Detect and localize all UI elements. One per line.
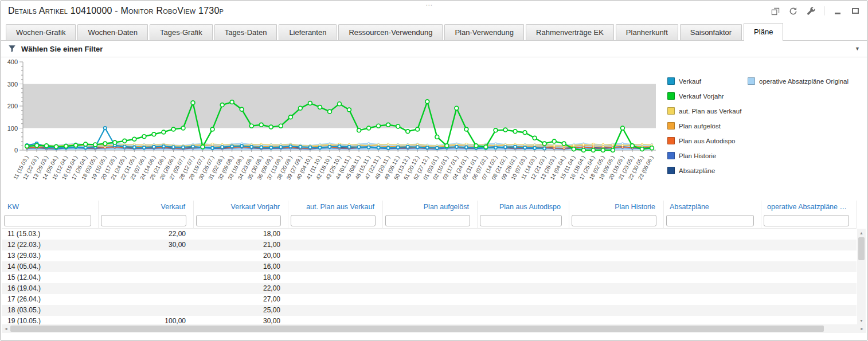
legend-swatch-icon — [667, 92, 675, 100]
legend-item-verkauf-vorjahr[interactable]: Verkauf Vorjahr — [667, 92, 748, 100]
column-header-operative-absatzpl-ne-ori[interactable]: operative Absatzpläne Ori... — [761, 201, 857, 213]
legend-item-verkauf[interactable]: Verkauf — [667, 77, 748, 85]
legend-label: Plan aufgelöst — [679, 123, 721, 130]
tab-saisonfaktor[interactable]: Saisonfaktor — [680, 24, 742, 40]
column-header-absatzpl-ne[interactable]: Absatzpläne — [664, 201, 761, 213]
table-cell — [761, 305, 857, 316]
table-cell: 12 (22.03.) — [2, 240, 99, 250]
legend-swatch-icon — [667, 167, 675, 174]
table-cell — [99, 250, 194, 261]
filter-input-kw[interactable] — [4, 215, 91, 226]
table-cell — [761, 283, 857, 294]
tab-wochen-daten[interactable]: Wochen-Daten — [77, 24, 147, 40]
table-cell — [569, 294, 664, 305]
grid-filter-row — [2, 213, 857, 229]
table-cell — [99, 283, 194, 294]
legend-label: operative Absatzpläne Original — [759, 78, 849, 85]
svg-text:0: 0 — [14, 147, 18, 154]
legend-swatch-icon — [667, 77, 675, 85]
filter-cell — [569, 213, 664, 229]
table-cell: 14 (05.04.) — [2, 261, 99, 272]
legend-item-absatzpl-ne[interactable]: Absatzpläne — [667, 167, 748, 174]
column-header-aut-plan-aus-verkauf[interactable]: aut. Plan aus Verkauf — [288, 201, 383, 213]
table-cell — [99, 261, 194, 272]
column-header-verkauf[interactable]: Verkauf — [99, 201, 194, 213]
tab-planherkunft[interactable]: Planherkunft — [616, 24, 678, 40]
table-row[interactable]: 12 (22.03.)30,0021,00 — [2, 240, 857, 250]
scroll-up-icon[interactable]: ▲ — [857, 229, 866, 237]
tab-plan-verwendung[interactable]: Plan-Verwendung — [444, 24, 524, 40]
filter-input-operative-absatzpl-ne-ori[interactable] — [764, 215, 849, 226]
horizontal-scroll-track[interactable] — [10, 324, 858, 333]
legend-swatch-icon — [667, 137, 675, 144]
column-header-kw[interactable]: KW — [2, 201, 99, 213]
legend-label: Absatzpläne — [679, 167, 715, 174]
table-cell — [569, 272, 664, 283]
settings-wrench-icon[interactable] — [806, 6, 815, 15]
tab-ressourcen-verwendung[interactable]: Ressourcen-Verwendung — [338, 24, 443, 40]
filter-input-plan-aufgel-st[interactable] — [385, 215, 470, 226]
filter-input-absatzpl-ne[interactable] — [666, 215, 754, 226]
tab-tages-daten[interactable]: Tages-Daten — [214, 24, 277, 40]
table-row[interactable]: 11 (15.03.)22,0018,00 — [2, 229, 857, 240]
table-row[interactable]: 16 (19.04.)22,00 — [2, 283, 857, 294]
filter-dropdown-icon[interactable]: ▼ — [855, 46, 860, 52]
filter-input-plan-aus-autodispo[interactable] — [480, 215, 562, 226]
table-row[interactable]: 17 (26.04.)27,00 — [2, 294, 857, 305]
table-cell — [478, 261, 569, 272]
svg-text:300: 300 — [7, 81, 18, 88]
filter-cell — [99, 213, 194, 229]
scroll-down-icon[interactable]: ▼ — [857, 316, 866, 325]
vertical-scroll-thumb[interactable] — [858, 237, 865, 260]
filter-input-verkauf[interactable] — [101, 215, 186, 226]
table-cell — [569, 240, 664, 250]
tab-tages-grafik[interactable]: Tages-Grafik — [150, 24, 213, 40]
vertical-scrollbar[interactable]: ▲ ▼ — [857, 229, 866, 325]
table-cell — [664, 305, 761, 316]
column-header-verkauf-vorjahr[interactable]: Verkauf Vorjahr — [194, 201, 288, 213]
chart-legend: VerkaufVerkauf Vorjahraut. Plan aus Verk… — [667, 77, 867, 174]
scroll-left-icon[interactable]: ◄ — [2, 324, 10, 333]
title-bar: Details Artikel 10410000 - Monitor RoboV… — [1, 1, 867, 21]
horizontal-scroll-thumb[interactable] — [10, 326, 824, 332]
window-title: Details Artikel 10410000 - Monitor RoboV… — [8, 6, 224, 16]
tab-wochen-grafik[interactable]: Wochen-Grafik — [6, 24, 76, 40]
table-row[interactable]: 18 (03.05.)25,00 — [2, 305, 857, 316]
table-cell — [99, 272, 194, 283]
table-row[interactable]: 15 (12.04.)18,00 — [2, 272, 857, 283]
table-cell: 27,00 — [194, 294, 288, 305]
filter-input-plan-historie[interactable] — [572, 215, 656, 226]
table-cell — [288, 240, 383, 250]
tab-lieferanten[interactable]: Lieferanten — [279, 24, 337, 40]
undock-window-icon[interactable] — [771, 6, 780, 15]
column-header-plan-historie[interactable]: Plan Historie — [569, 201, 664, 213]
legend-item-plan-historie[interactable]: Plan Historie — [667, 152, 748, 159]
filter-bar[interactable]: Wählen Sie einen Filter ▼ — [1, 41, 867, 57]
legend-item-aut-plan-aus-verkauf[interactable]: aut. Plan aus Verkauf — [667, 107, 748, 115]
scroll-right-icon[interactable]: ► — [858, 324, 866, 333]
drag-handle-dots[interactable]: ⋯ — [425, 1, 433, 9]
legend-item-plan-aufgel-st[interactable]: Plan aufgelöst — [667, 122, 748, 130]
svg-text:200: 200 — [7, 103, 18, 109]
table-row[interactable]: 14 (05.04.)16,00 — [2, 261, 857, 272]
column-header-plan-aus-autodispo[interactable]: Plan aus Autodispo — [478, 201, 569, 213]
filter-input-verkauf-vorjahr[interactable] — [196, 215, 281, 226]
filter-input-aut-plan-aus-verkauf[interactable] — [291, 215, 376, 226]
legend-item-plan-aus-autodispo[interactable]: Plan aus Autodispo — [667, 137, 748, 144]
horizontal-scrollbar[interactable]: ◄ ► — [2, 324, 866, 333]
minimize-icon[interactable] — [833, 6, 842, 15]
maximize-icon[interactable] — [851, 6, 860, 15]
table-row[interactable]: 13 (29.03.)20,00 — [2, 250, 857, 261]
table-cell — [383, 294, 478, 305]
tab-rahmenvertr-ge-ek[interactable]: Rahmenverträge EK — [526, 24, 614, 40]
table-cell: 13 (29.03.) — [2, 250, 99, 261]
legend-item-operative-absatzpl-ne-original[interactable]: operative Absatzpläne Original — [748, 77, 867, 85]
refresh-icon[interactable] — [788, 6, 797, 15]
column-header-plan-aufgel-st[interactable]: Plan aufgelöst — [383, 201, 478, 213]
table-cell: 18 (03.05.) — [2, 305, 99, 316]
legend-swatch-icon — [667, 152, 675, 159]
tab-pl-ne[interactable]: Pläne — [744, 23, 783, 41]
table-cell: 18,00 — [194, 272, 288, 283]
table-cell — [383, 261, 478, 272]
table-cell: 15 (12.04.) — [2, 272, 99, 283]
